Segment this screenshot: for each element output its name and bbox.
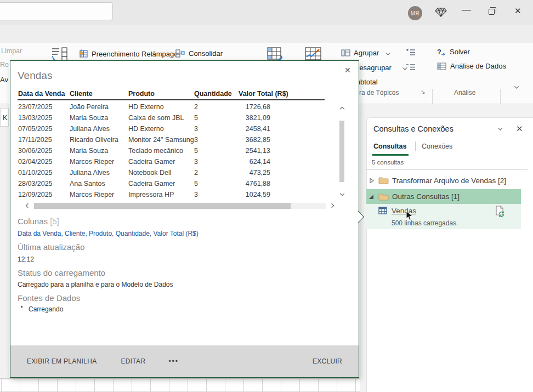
expanded-triangle-icon[interactable] [368,194,374,200]
outline-dialog-launcher-icon[interactable]: ↘ [421,89,425,95]
flash-fill-icon [78,49,88,58]
table-icon [378,207,387,214]
account-avatar[interactable]: MR [408,6,422,20]
collapse-ribbon-chevron[interactable] [514,84,519,88]
table-row: 30/06/2025Maria SouzaTeclado mecânico525… [18,145,270,156]
table-row: 28/03/2025Ana SantosCadeira Gamer54761,8… [18,178,270,189]
svg-text:?: ? [437,48,441,56]
avancado-fragment[interactable]: Av [0,76,8,84]
columns-links[interactable]: Data da Venda, Cliente, Produto, Quantid… [18,230,199,237]
hide-detail-icon[interactable] [406,64,416,71]
data-analysis-button[interactable]: Análise de Dados [437,62,506,70]
consolidate-icon [175,49,185,58]
limpar-button[interactable]: Limpar [1,47,22,55]
delete-button[interactable]: EXCLUIR [313,357,342,365]
search-box[interactable] [0,2,113,20]
data-source-value: Carregando [29,305,63,313]
refresh-query-icon[interactable] [495,206,505,217]
show-detail-icon[interactable] [406,49,416,56]
last-refresh-value: 12:12 [18,255,34,263]
restore-button[interactable] [489,9,495,15]
title-bar: MR — ✕ [0,0,533,25]
table-row: 07/05/2025Juliana AlvesHD Externo32458,4… [18,123,270,134]
preview-table-rows: 23/07/2025João PereiraHD Externo21726,68… [18,101,270,200]
data-analysis-icon [437,63,446,70]
load-status-heading: Status do carregamento [18,268,105,277]
collapsed-triangle-icon[interactable] [369,178,375,184]
columns-heading: Colunas [5] [18,217,59,226]
solver-button[interactable]: ? Solver [437,48,470,56]
scroll-down-icon[interactable] [339,191,344,196]
horizontal-scrollbar[interactable] [26,201,333,210]
vertical-scrollbar-thumb[interactable] [339,121,344,182]
tree-item-transformar[interactable]: Transformar Arquivo de Vendas [2] [366,173,521,188]
tree-item-outras-consultas[interactable]: Outras Consultas [1] [366,189,521,204]
columns-count: [5] [50,217,59,226]
edit-button[interactable]: EDITAR [121,357,145,365]
table-row: 12/09/2025Marcos RieperImpressora HP3102… [18,189,270,200]
pane-close-icon[interactable]: ✕ [516,124,523,134]
analysis-group-label: Análise [454,89,475,96]
vertical-scrollbar[interactable] [338,107,346,195]
load-status-value: Carregado para a planilha e para o Model… [18,281,173,288]
preview-table-header: Data da Venda Cliente Produto Quantidade… [18,90,288,98]
popup-close-icon[interactable]: ✕ [344,66,351,75]
worksheet-left-strip [0,104,10,392]
worksheet-grid[interactable] [0,378,360,392]
query-vendas-status: 500 linhas carregadas. [392,219,458,227]
scroll-up-icon[interactable] [339,107,344,111]
scroll-left-icon[interactable] [26,203,30,208]
popup-footer: EXIBIR EM PLANILHA EDITAR ••• EXCLUIR [10,345,359,377]
mouse-cursor [406,211,413,221]
consolidate-button[interactable]: Consolidar [175,49,223,58]
premium-diamond-icon[interactable] [435,8,447,17]
name-box-text: K [3,113,8,122]
bullet-icon [21,306,22,308]
folder-icon [378,177,389,184]
ribbon-tab-bar: r Ajuda Power Pivot Comentários Comparti… [0,25,533,43]
tab-consultas[interactable]: Consultas [373,143,406,150]
table-row: 23/07/2025João PereiraHD Externo21726,68 [18,101,270,112]
query-count: 5 consultas [372,159,404,166]
ungroup-button[interactable]: Desagrupar [354,64,392,72]
group-dropdown-chevron[interactable] [385,50,390,55]
close-window-button[interactable]: ✕ [514,6,521,16]
reaplicar-fragment[interactable]: Re [0,61,9,69]
solver-icon: ? [437,48,446,56]
tab-conexoes[interactable]: Conexões [422,143,452,150]
popup-title: Vendas [18,70,52,82]
show-in-sheet-button[interactable]: EXIBIR EM PLANILHA [27,357,97,365]
table-row: 13/03/2025Maria SouzaCaixa de som JBL538… [18,112,270,123]
flash-fill-button[interactable]: Preenchimento Relâmpago [78,49,178,58]
last-refresh-heading: Última atualização [18,242,85,252]
active-tab-underline [372,154,409,156]
table-row: 02/04/2025Marcos RieperCadeira Gamer3624… [18,156,270,167]
minimize-button[interactable]: — [462,4,471,15]
more-options-button[interactable]: ••• [168,357,179,365]
group-button[interactable]: Agrupar [341,49,379,57]
data-sources-heading: Fontes de Dados [18,293,80,303]
group-icon [341,49,350,57]
folder-icon [378,193,389,201]
table-row: 01/10/2025Juliana AlvesNotebook Dell2473… [18,167,270,178]
scroll-right-icon[interactable] [330,203,334,208]
pane-title: Consultas e Conexões [373,124,453,133]
horizontal-scrollbar-thumb[interactable] [34,203,291,209]
table-row: 17/11/2025Ricardo OliveiraMonitor 24" Sa… [18,134,270,145]
